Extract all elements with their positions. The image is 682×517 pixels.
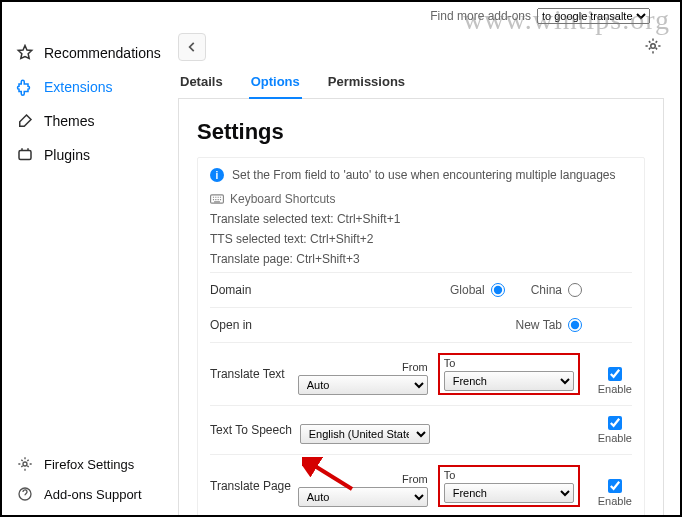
tab-permissions[interactable]: Permissions	[326, 66, 407, 98]
info-icon: i	[210, 168, 224, 182]
sidebar-item-extensions[interactable]: Extensions	[2, 70, 162, 104]
sidebar-item-addons-support[interactable]: Add-ons Support	[2, 479, 162, 509]
enable-label: Enable	[598, 383, 632, 395]
tab-details[interactable]: Details	[178, 66, 225, 98]
svg-point-3	[651, 44, 656, 49]
row-tts: Text To Speech English (United States) E…	[210, 405, 632, 454]
topbar: Find more add-ons to google transalte	[2, 2, 680, 30]
translate-page-enable-checkbox[interactable]	[608, 479, 622, 493]
highlight-box: ToFrench	[438, 465, 580, 507]
kb-title: Keyboard Shortcuts	[230, 192, 335, 206]
radio-domain-china[interactable]	[568, 283, 582, 297]
sidebar: Recommendations Extensions Themes Plugin…	[2, 30, 162, 515]
sidebar-item-label: Recommendations	[44, 45, 161, 61]
tts-language-select[interactable]: English (United States)	[300, 424, 430, 444]
find-more-select[interactable]: to google transalte	[537, 8, 650, 24]
chevron-left-icon	[185, 40, 199, 54]
sidebar-item-label: Add-ons Support	[44, 487, 142, 502]
tab-options[interactable]: Options	[249, 66, 302, 99]
svg-rect-0	[19, 151, 31, 160]
radio-label-newtab: New Tab	[516, 318, 562, 332]
gear-icon	[16, 455, 34, 473]
sidebar-item-label: Themes	[44, 113, 95, 129]
gear-icon	[644, 37, 662, 55]
row-label: Open in	[210, 318, 320, 332]
from-label: From	[298, 473, 428, 485]
info-box: i Set the From field to 'auto' to use wh…	[197, 157, 645, 515]
tts-enable-checkbox[interactable]	[608, 416, 622, 430]
row-label: Translate Page	[210, 479, 298, 493]
sidebar-item-label: Firefox Settings	[44, 457, 134, 472]
radio-domain-global[interactable]	[491, 283, 505, 297]
translate-text-enable-checkbox[interactable]	[608, 367, 622, 381]
radio-label-global: Global	[450, 283, 485, 297]
row-translate-page: Translate Page FromAuto ToFrench Enable	[210, 454, 632, 515]
help-icon	[16, 485, 34, 503]
enable-label: Enable	[598, 432, 632, 444]
sidebar-item-themes[interactable]: Themes	[2, 104, 162, 138]
page-title: Settings	[197, 119, 645, 145]
radio-openin-newtab[interactable]	[568, 318, 582, 332]
back-button[interactable]	[178, 33, 206, 61]
puzzle-icon	[16, 78, 34, 96]
from-label: From	[298, 361, 428, 373]
kb-shortcut-1: Translate selected text: Ctrl+Shift+1	[210, 212, 632, 226]
row-domain: Domain Global China	[210, 272, 632, 307]
find-more-label: Find more add-ons	[430, 9, 531, 23]
sidebar-item-label: Plugins	[44, 147, 90, 163]
to-label: To	[444, 469, 574, 481]
svg-point-1	[23, 462, 27, 466]
sidebar-item-firefox-settings[interactable]: Firefox Settings	[2, 449, 162, 479]
translate-page-from-select[interactable]: Auto	[298, 487, 428, 507]
tabs: Details Options Permissions	[178, 66, 664, 99]
plugin-icon	[16, 146, 34, 164]
keyboard-icon	[210, 193, 224, 205]
row-openin: Open in New Tab	[210, 307, 632, 342]
translate-text-to-select[interactable]: French	[444, 371, 574, 391]
enable-label: Enable	[598, 495, 632, 507]
row-translate-text: Translate Text FromAuto ToFrench Enable	[210, 342, 632, 405]
to-label: To	[444, 357, 574, 369]
settings-gear-button[interactable]	[644, 37, 664, 57]
star-icon	[16, 44, 34, 62]
row-label: Text To Speech	[210, 423, 300, 437]
radio-label-china: China	[531, 283, 562, 297]
info-hint: Set the From field to 'auto' to use when…	[232, 168, 615, 182]
kb-shortcut-3: Translate page: Ctrl+Shift+3	[210, 252, 632, 266]
translate-text-from-select[interactable]: Auto	[298, 375, 428, 395]
brush-icon	[16, 112, 34, 130]
sidebar-item-label: Extensions	[44, 79, 112, 95]
main-panel: Details Options Permissions Settings i S…	[162, 30, 680, 515]
sidebar-item-plugins[interactable]: Plugins	[2, 138, 162, 172]
translate-page-to-select[interactable]: French	[444, 483, 574, 503]
highlight-box: ToFrench	[438, 353, 580, 395]
row-label: Domain	[210, 283, 320, 297]
sidebar-item-recommendations[interactable]: Recommendations	[2, 36, 162, 70]
row-label: Translate Text	[210, 367, 298, 381]
kb-shortcut-2: TTS selected text: Ctrl+Shift+2	[210, 232, 632, 246]
